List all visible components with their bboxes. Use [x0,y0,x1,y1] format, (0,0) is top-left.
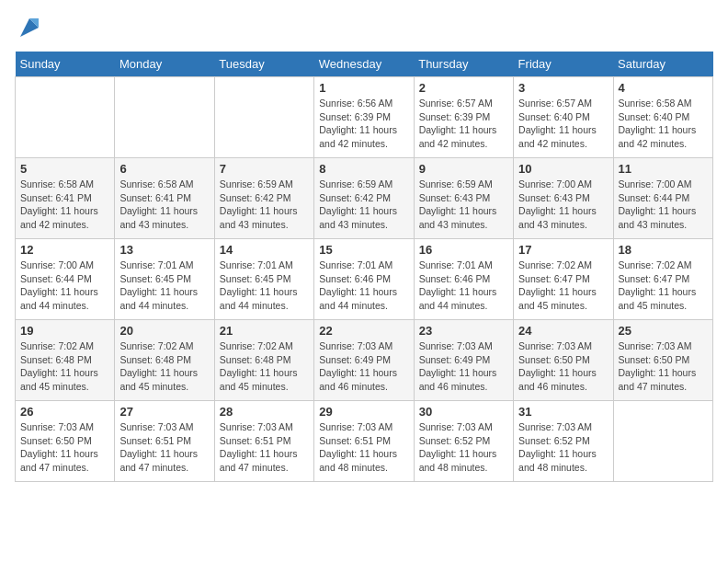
calendar-cell: 26Sunrise: 7:03 AMSunset: 6:50 PMDayligh… [16,401,115,482]
day-number: 5 [20,162,109,176]
day-info: Sunrise: 6:58 AMSunset: 6:41 PMDaylight:… [119,178,209,232]
day-info: Sunrise: 6:58 AMSunset: 6:41 PMDaylight:… [20,178,109,232]
day-info: Sunrise: 7:03 AMSunset: 6:52 PMDaylight:… [518,420,608,475]
day-number: 4 [619,81,708,95]
day-info: Sunrise: 6:59 AMSunset: 6:42 PMDaylight:… [319,178,408,232]
calendar-cell [613,401,712,482]
day-of-week-header: Friday [514,52,613,77]
calendar-cell: 2Sunrise: 6:57 AMSunset: 6:39 PMDaylight… [414,77,513,158]
calendar-cell: 27Sunrise: 7:03 AMSunset: 6:51 PMDayligh… [115,401,214,482]
day-info: Sunrise: 6:59 AMSunset: 6:43 PMDaylight:… [419,178,508,232]
calendar-cell: 12Sunrise: 7:00 AMSunset: 6:44 PMDayligh… [16,239,115,320]
calendar-cell: 22Sunrise: 7:03 AMSunset: 6:49 PMDayligh… [314,320,414,401]
calendar-week-row: 19Sunrise: 7:02 AMSunset: 6:48 PMDayligh… [16,320,713,401]
day-number: 13 [119,243,209,257]
day-number: 23 [419,324,508,338]
calendar-cell: 7Sunrise: 6:59 AMSunset: 6:42 PMDaylight… [214,158,313,239]
day-info: Sunrise: 7:03 AMSunset: 6:50 PMDaylight:… [619,339,708,394]
calendar-cell: 18Sunrise: 7:02 AMSunset: 6:47 PMDayligh… [613,239,712,320]
calendar-cell: 14Sunrise: 7:01 AMSunset: 6:45 PMDayligh… [214,239,313,320]
day-info: Sunrise: 7:01 AMSunset: 6:46 PMDaylight:… [319,259,408,313]
calendar-cell: 30Sunrise: 7:03 AMSunset: 6:52 PMDayligh… [414,401,513,482]
calendar-week-row: 1Sunrise: 6:56 AMSunset: 6:39 PMDaylight… [16,77,713,158]
day-info: Sunrise: 7:01 AMSunset: 6:45 PMDaylight:… [119,259,209,313]
day-of-week-header: Monday [115,52,214,77]
day-info: Sunrise: 7:03 AMSunset: 6:52 PMDaylight:… [419,420,508,475]
day-info: Sunrise: 7:02 AMSunset: 6:48 PMDaylight:… [119,339,209,394]
day-of-week-header: Tuesday [214,52,313,77]
day-of-week-header: Saturday [613,52,712,77]
day-number: 20 [119,324,209,338]
day-info: Sunrise: 6:57 AMSunset: 6:40 PMDaylight:… [518,97,608,151]
calendar-cell [115,77,214,158]
calendar-cell: 20Sunrise: 7:02 AMSunset: 6:48 PMDayligh… [115,320,214,401]
day-number: 31 [518,405,608,419]
day-of-week-header: Sunday [16,52,115,77]
calendar-cell: 8Sunrise: 6:59 AMSunset: 6:42 PMDaylight… [314,158,414,239]
calendar-cell: 3Sunrise: 6:57 AMSunset: 6:40 PMDaylight… [514,77,613,158]
day-number: 10 [518,162,608,176]
day-info: Sunrise: 7:03 AMSunset: 6:50 PMDaylight:… [518,339,608,394]
calendar-cell: 21Sunrise: 7:02 AMSunset: 6:48 PMDayligh… [214,320,313,401]
calendar-cell: 1Sunrise: 6:56 AMSunset: 6:39 PMDaylight… [314,77,414,158]
calendar-cell: 9Sunrise: 6:59 AMSunset: 6:43 PMDaylight… [414,158,513,239]
day-number: 29 [319,405,408,419]
logo [15,15,42,40]
day-info: Sunrise: 7:03 AMSunset: 6:51 PMDaylight:… [220,420,309,475]
day-info: Sunrise: 6:57 AMSunset: 6:39 PMDaylight:… [419,97,508,151]
page-header [15,15,713,40]
calendar-cell [16,77,115,158]
calendar-cell: 25Sunrise: 7:03 AMSunset: 6:50 PMDayligh… [613,320,712,401]
day-info: Sunrise: 6:58 AMSunset: 6:40 PMDaylight:… [619,97,708,151]
day-info: Sunrise: 7:02 AMSunset: 6:47 PMDaylight:… [619,259,708,313]
day-number: 2 [419,81,508,95]
day-info: Sunrise: 7:00 AMSunset: 6:43 PMDaylight:… [518,178,608,232]
day-of-week-header: Wednesday [314,52,414,77]
calendar-table: SundayMondayTuesdayWednesdayThursdayFrid… [15,52,713,482]
day-info: Sunrise: 7:02 AMSunset: 6:47 PMDaylight:… [518,259,608,313]
day-number: 26 [20,405,109,419]
calendar-cell: 17Sunrise: 7:02 AMSunset: 6:47 PMDayligh… [514,239,613,320]
day-info: Sunrise: 7:01 AMSunset: 6:46 PMDaylight:… [419,259,508,313]
day-number: 15 [319,243,408,257]
calendar-cell: 29Sunrise: 7:03 AMSunset: 6:51 PMDayligh… [314,401,414,482]
day-info: Sunrise: 7:00 AMSunset: 6:44 PMDaylight:… [20,259,109,313]
day-number: 11 [619,162,708,176]
day-number: 25 [619,324,708,338]
day-info: Sunrise: 7:02 AMSunset: 6:48 PMDaylight:… [20,339,109,394]
calendar-cell: 10Sunrise: 7:00 AMSunset: 6:43 PMDayligh… [514,158,613,239]
calendar-cell: 28Sunrise: 7:03 AMSunset: 6:51 PMDayligh… [214,401,313,482]
calendar-cell: 6Sunrise: 6:58 AMSunset: 6:41 PMDaylight… [115,158,214,239]
day-number: 24 [518,324,608,338]
day-number: 22 [319,324,408,338]
day-info: Sunrise: 7:03 AMSunset: 6:51 PMDaylight:… [119,420,209,475]
day-number: 30 [419,405,508,419]
day-of-week-header: Thursday [414,52,513,77]
day-number: 3 [518,81,608,95]
day-number: 19 [20,324,109,338]
day-info: Sunrise: 7:03 AMSunset: 6:49 PMDaylight:… [419,339,508,394]
calendar-cell: 13Sunrise: 7:01 AMSunset: 6:45 PMDayligh… [115,239,214,320]
calendar-cell: 23Sunrise: 7:03 AMSunset: 6:49 PMDayligh… [414,320,513,401]
day-number: 6 [119,162,209,176]
calendar-cell: 11Sunrise: 7:00 AMSunset: 6:44 PMDayligh… [613,158,712,239]
calendar-week-row: 5Sunrise: 6:58 AMSunset: 6:41 PMDaylight… [16,158,713,239]
day-info: Sunrise: 7:03 AMSunset: 6:49 PMDaylight:… [319,339,408,394]
calendar-cell: 16Sunrise: 7:01 AMSunset: 6:46 PMDayligh… [414,239,513,320]
calendar-cell: 15Sunrise: 7:01 AMSunset: 6:46 PMDayligh… [314,239,414,320]
day-number: 12 [20,243,109,257]
day-number: 1 [319,81,408,95]
day-number: 8 [319,162,408,176]
day-number: 27 [119,405,209,419]
logo-icon [17,15,42,40]
calendar-cell: 31Sunrise: 7:03 AMSunset: 6:52 PMDayligh… [514,401,613,482]
day-number: 16 [419,243,508,257]
day-info: Sunrise: 7:01 AMSunset: 6:45 PMDaylight:… [220,259,309,313]
day-info: Sunrise: 6:59 AMSunset: 6:42 PMDaylight:… [220,178,309,232]
calendar-cell: 19Sunrise: 7:02 AMSunset: 6:48 PMDayligh… [16,320,115,401]
day-info: Sunrise: 7:02 AMSunset: 6:48 PMDaylight:… [220,339,309,394]
calendar-cell: 4Sunrise: 6:58 AMSunset: 6:40 PMDaylight… [613,77,712,158]
day-number: 21 [220,324,309,338]
day-number: 14 [220,243,309,257]
calendar-week-row: 12Sunrise: 7:00 AMSunset: 6:44 PMDayligh… [16,239,713,320]
